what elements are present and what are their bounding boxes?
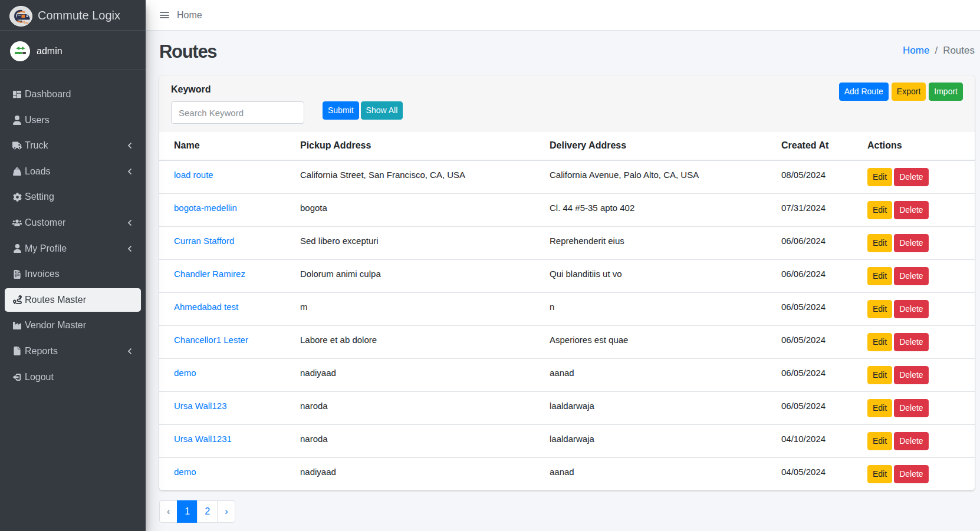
svg-text:log: log <box>24 21 29 24</box>
